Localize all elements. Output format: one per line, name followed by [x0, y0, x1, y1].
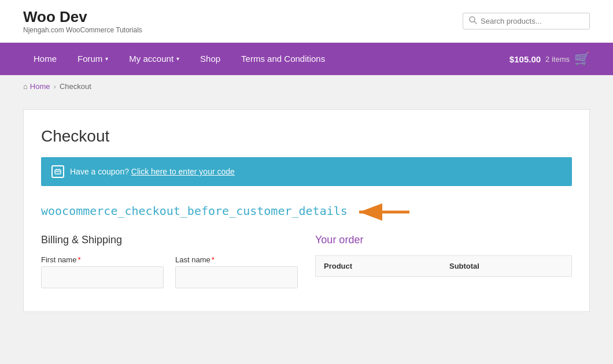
first-name-label: First name*	[41, 255, 164, 264]
logo-area: Woo Dev Njengah.com WooCommerce Tutorial…	[23, 8, 142, 34]
nav-cart: $105.00 2 items 🛒	[509, 51, 590, 66]
nav-item-forum[interactable]: Forum ▾	[67, 43, 119, 75]
nav-item-terms[interactable]: Terms and Conditions	[231, 43, 335, 75]
hook-wrapper: woocommerce_checkout_before_customer_det…	[41, 203, 572, 222]
order-section-title: Your order	[315, 234, 572, 246]
search-box[interactable]	[463, 13, 590, 29]
coupon-link[interactable]: Click here to enter your code	[131, 167, 235, 176]
search-input[interactable]	[481, 17, 584, 25]
forum-dropdown-arrow: ▾	[105, 43, 108, 75]
svg-line-1	[474, 21, 477, 24]
main-content: Checkout Have a coupon? Click here to en…	[23, 109, 590, 312]
order-table-header-row: Product Subtotal	[316, 256, 572, 277]
checkout-columns: Billing & Shipping First name* Last name…	[41, 234, 572, 294]
first-name-input[interactable]	[41, 266, 164, 288]
breadcrumb: ⌂ Home › Checkout	[0, 75, 613, 98]
page-title: Checkout	[41, 127, 572, 146]
arrow-icon	[354, 203, 412, 222]
name-form-row: First name* Last name*	[41, 255, 298, 288]
search-icon	[469, 16, 477, 26]
nav-links: Home Forum ▾ My account ▾ Shop Terms and…	[23, 43, 509, 75]
cart-icon[interactable]: 🛒	[574, 51, 590, 66]
last-name-input[interactable]	[175, 266, 298, 288]
last-name-field: Last name*	[175, 255, 298, 288]
nav-item-shop[interactable]: Shop	[190, 43, 231, 75]
site-title: Woo Dev	[23, 8, 142, 26]
header: Woo Dev Njengah.com WooCommerce Tutorial…	[0, 0, 613, 43]
last-name-label: Last name*	[175, 255, 298, 264]
nav-item-home[interactable]: Home	[23, 43, 67, 75]
order-col-subtotal: Subtotal	[441, 256, 572, 277]
hook-label: woocommerce_checkout_before_customer_det…	[41, 204, 348, 218]
breadcrumb-home-link[interactable]: Home	[30, 82, 50, 91]
coupon-text: Have a coupon? Click here to enter your …	[70, 167, 235, 176]
first-name-field: First name*	[41, 255, 164, 288]
first-name-required: *	[77, 255, 80, 264]
site-tagline: Njengah.com WooCommerce Tutorials	[23, 26, 142, 34]
coupon-icon	[51, 165, 64, 178]
order-col-product: Product	[316, 256, 441, 277]
billing-section: Billing & Shipping First name* Last name…	[41, 234, 298, 294]
nav: Home Forum ▾ My account ▾ Shop Terms and…	[0, 43, 613, 75]
nav-item-myaccount[interactable]: My account ▾	[119, 43, 190, 75]
myaccount-dropdown-arrow: ▾	[176, 43, 179, 75]
last-name-required: *	[212, 255, 215, 264]
home-icon: ⌂	[23, 82, 28, 91]
cart-price: $105.00	[509, 54, 541, 64]
coupon-banner: Have a coupon? Click here to enter your …	[41, 157, 572, 186]
order-section: Your order Product Subtotal	[315, 234, 572, 294]
cart-items-count: 2 items	[545, 55, 570, 64]
billing-section-title: Billing & Shipping	[41, 234, 298, 246]
breadcrumb-separator: ›	[54, 82, 56, 91]
order-table: Product Subtotal	[315, 255, 572, 277]
breadcrumb-current: Checkout	[60, 82, 91, 91]
